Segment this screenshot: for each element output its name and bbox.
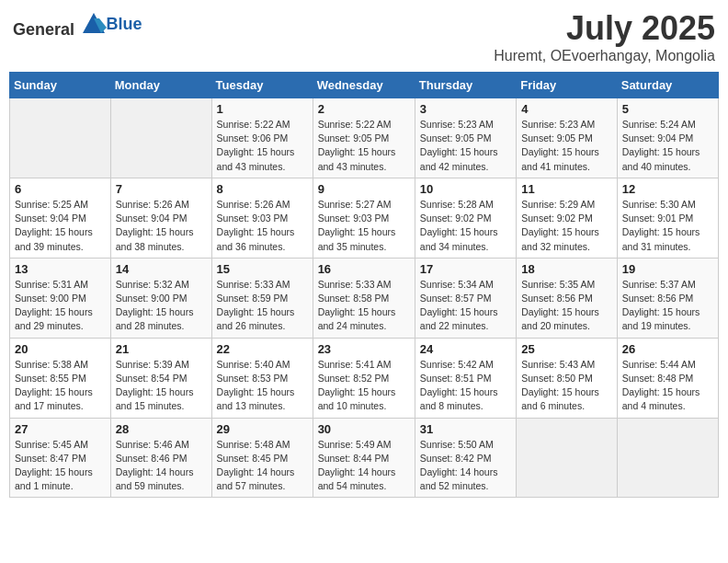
calendar-cell: 14Sunrise: 5:32 AM Sunset: 9:00 PM Dayli… [110,258,211,338]
weekday-header-row: SundayMondayTuesdayWednesdayThursdayFrid… [10,73,719,98]
weekday-header-friday: Friday [517,73,618,98]
calendar-cell: 3Sunrise: 5:23 AM Sunset: 9:05 PM Daylig… [415,98,516,178]
calendar-cell: 19Sunrise: 5:37 AM Sunset: 8:56 PM Dayli… [617,258,718,338]
day-info: Sunrise: 5:26 AM Sunset: 9:03 PM Dayligh… [217,198,308,254]
day-info: Sunrise: 5:24 AM Sunset: 9:04 PM Dayligh… [622,118,713,174]
day-info: Sunrise: 5:30 AM Sunset: 9:01 PM Dayligh… [622,198,713,254]
calendar-cell: 18Sunrise: 5:35 AM Sunset: 8:56 PM Dayli… [517,258,618,338]
day-number: 6 [15,182,106,196]
week-row-2: 6Sunrise: 5:25 AM Sunset: 9:04 PM Daylig… [10,178,719,258]
title-area: July 2025 Huremt, OEvoerhangay, Mongolia [494,9,715,64]
logo-icon [81,9,107,35]
day-number: 18 [521,262,612,276]
weekday-header-thursday: Thursday [415,73,516,98]
day-info: Sunrise: 5:48 AM Sunset: 8:45 PM Dayligh… [217,438,308,494]
header: General Blue July 2025 Huremt, OEvoerhan… [9,9,719,64]
calendar-cell: 24Sunrise: 5:42 AM Sunset: 8:51 PM Dayli… [415,338,516,418]
calendar-cell [517,418,618,498]
calendar-cell [617,418,718,498]
day-info: Sunrise: 5:22 AM Sunset: 9:05 PM Dayligh… [318,118,410,174]
day-number: 19 [622,262,713,276]
day-info: Sunrise: 5:23 AM Sunset: 9:05 PM Dayligh… [420,118,511,174]
day-info: Sunrise: 5:35 AM Sunset: 8:56 PM Dayligh… [521,278,612,334]
day-number: 2 [318,102,410,116]
day-number: 21 [116,342,207,356]
day-number: 8 [217,182,308,196]
day-info: Sunrise: 5:33 AM Sunset: 8:59 PM Dayligh… [217,278,308,334]
day-number: 5 [622,102,713,116]
day-info: Sunrise: 5:46 AM Sunset: 8:46 PM Dayligh… [116,438,207,494]
day-info: Sunrise: 5:37 AM Sunset: 8:56 PM Dayligh… [622,278,713,334]
calendar-table: SundayMondayTuesdayWednesdayThursdayFrid… [9,72,719,498]
week-row-3: 13Sunrise: 5:31 AM Sunset: 9:00 PM Dayli… [10,258,719,338]
day-number: 17 [420,262,511,276]
logo-general-text: General [13,20,74,39]
day-info: Sunrise: 5:44 AM Sunset: 8:48 PM Dayligh… [622,358,713,414]
calendar-cell: 8Sunrise: 5:26 AM Sunset: 9:03 PM Daylig… [211,178,313,258]
weekday-header-wednesday: Wednesday [313,73,415,98]
week-row-1: 1Sunrise: 5:22 AM Sunset: 9:06 PM Daylig… [10,98,719,178]
day-number: 14 [116,262,207,276]
day-number: 4 [521,102,612,116]
day-number: 25 [521,342,612,356]
day-number: 10 [420,182,511,196]
weekday-header-tuesday: Tuesday [211,73,313,98]
day-info: Sunrise: 5:25 AM Sunset: 9:04 PM Dayligh… [15,198,106,254]
day-info: Sunrise: 5:38 AM Sunset: 8:55 PM Dayligh… [15,358,106,414]
calendar-cell: 21Sunrise: 5:39 AM Sunset: 8:54 PM Dayli… [110,338,211,418]
day-number: 23 [318,342,410,356]
calendar-cell: 1Sunrise: 5:22 AM Sunset: 9:06 PM Daylig… [211,98,313,178]
week-row-5: 27Sunrise: 5:45 AM Sunset: 8:47 PM Dayli… [10,418,719,498]
weekday-header-saturday: Saturday [617,73,718,98]
calendar-cell [10,98,111,178]
calendar-cell: 27Sunrise: 5:45 AM Sunset: 8:47 PM Dayli… [10,418,111,498]
day-number: 13 [15,262,106,276]
day-number: 22 [217,342,308,356]
day-info: Sunrise: 5:40 AM Sunset: 8:53 PM Dayligh… [217,358,308,414]
calendar-cell: 30Sunrise: 5:49 AM Sunset: 8:44 PM Dayli… [313,418,415,498]
day-number: 15 [217,262,308,276]
calendar-cell: 16Sunrise: 5:33 AM Sunset: 8:58 PM Dayli… [313,258,415,338]
calendar-cell: 20Sunrise: 5:38 AM Sunset: 8:55 PM Dayli… [10,338,111,418]
day-number: 30 [318,422,410,436]
calendar-cell: 13Sunrise: 5:31 AM Sunset: 9:00 PM Dayli… [10,258,111,338]
day-info: Sunrise: 5:45 AM Sunset: 8:47 PM Dayligh… [15,438,106,494]
calendar-cell: 11Sunrise: 5:29 AM Sunset: 9:02 PM Dayli… [517,178,618,258]
day-info: Sunrise: 5:49 AM Sunset: 8:44 PM Dayligh… [318,438,410,494]
day-number: 1 [217,102,308,116]
day-info: Sunrise: 5:26 AM Sunset: 9:04 PM Dayligh… [116,198,207,254]
calendar-cell: 23Sunrise: 5:41 AM Sunset: 8:52 PM Dayli… [313,338,415,418]
calendar-cell: 2Sunrise: 5:22 AM Sunset: 9:05 PM Daylig… [313,98,415,178]
day-info: Sunrise: 5:42 AM Sunset: 8:51 PM Dayligh… [420,358,511,414]
calendar-cell: 29Sunrise: 5:48 AM Sunset: 8:45 PM Dayli… [211,418,313,498]
weekday-header-sunday: Sunday [10,73,111,98]
month-title: July 2025 [494,9,715,48]
calendar-cell: 17Sunrise: 5:34 AM Sunset: 8:57 PM Dayli… [415,258,516,338]
day-number: 7 [116,182,207,196]
day-number: 27 [15,422,106,436]
calendar-cell: 22Sunrise: 5:40 AM Sunset: 8:53 PM Dayli… [211,338,313,418]
day-info: Sunrise: 5:32 AM Sunset: 9:00 PM Dayligh… [116,278,207,334]
day-info: Sunrise: 5:23 AM Sunset: 9:05 PM Dayligh… [521,118,612,174]
weekday-header-monday: Monday [110,73,211,98]
day-info: Sunrise: 5:31 AM Sunset: 9:00 PM Dayligh… [15,278,106,334]
day-info: Sunrise: 5:34 AM Sunset: 8:57 PM Dayligh… [420,278,511,334]
day-number: 11 [521,182,612,196]
day-info: Sunrise: 5:50 AM Sunset: 8:42 PM Dayligh… [420,438,511,494]
calendar-cell: 15Sunrise: 5:33 AM Sunset: 8:59 PM Dayli… [211,258,313,338]
day-number: 12 [622,182,713,196]
day-number: 24 [420,342,511,356]
day-info: Sunrise: 5:22 AM Sunset: 9:06 PM Dayligh… [217,118,308,174]
logo-blue-text: Blue [107,15,142,33]
day-info: Sunrise: 5:28 AM Sunset: 9:02 PM Dayligh… [420,198,511,254]
day-number: 9 [318,182,410,196]
calendar-cell [110,98,211,178]
calendar-cell: 6Sunrise: 5:25 AM Sunset: 9:04 PM Daylig… [10,178,111,258]
day-info: Sunrise: 5:41 AM Sunset: 8:52 PM Dayligh… [318,358,410,414]
day-number: 20 [15,342,106,356]
calendar-cell: 10Sunrise: 5:28 AM Sunset: 9:02 PM Dayli… [415,178,516,258]
day-number: 3 [420,102,511,116]
day-info: Sunrise: 5:27 AM Sunset: 9:03 PM Dayligh… [318,198,410,254]
calendar-cell: 25Sunrise: 5:43 AM Sunset: 8:50 PM Dayli… [517,338,618,418]
calendar-cell: 26Sunrise: 5:44 AM Sunset: 8:48 PM Dayli… [617,338,718,418]
